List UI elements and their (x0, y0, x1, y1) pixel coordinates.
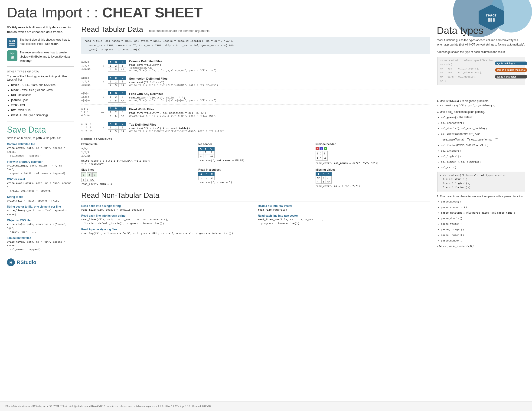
earn-badge: earn is a double (numeric) (495, 68, 527, 72)
other-types-title: OTHER TYPES OF DATA (7, 70, 74, 73)
non-tabular-right: Read a file into raw vector read_file_ra… (258, 204, 430, 238)
dt-point-3: 3. Else, read in as character vectors th… (437, 194, 525, 249)
parse-number-example: x$A <- parse_number(x$A) (437, 244, 525, 249)
list-item: parse_integer() (441, 227, 525, 232)
save-data-desc: Save x, an R object, to path, a file pat… (7, 136, 74, 140)
read-single-string: Read a file into a single string read_fi… (81, 204, 253, 212)
provide-header-code: read_csv(f, col_names = c("x", "y", "z")… (316, 162, 430, 165)
list-item: col_number(), col_numeric() (441, 159, 525, 165)
tabular-row-delim: a|b|c1|2|34|5|NA → ABC 12345NA Files wit… (81, 89, 430, 105)
csv-example-comma: a,b,c1,2,34,5,NA (81, 60, 97, 71)
tabular-header: Read Tabular Data - These functions shar… (81, 25, 430, 35)
list-item: httr - Web APIs (11, 108, 74, 113)
file-types-list: a,b,c1,2,34,5,NA → ABC 12345NA Comma Del… (81, 57, 430, 135)
skip-code: read_csv(f, skip = 1) (81, 182, 196, 186)
read-apache-log: Read Apache style log files read_log(fil… (81, 228, 253, 235)
list-item: rvest - HTML (Web Scraping) (11, 113, 74, 118)
list-item: col_double(), col_euro_double() (441, 126, 525, 131)
col-functions-list: col_guess() the default col_character() … (437, 115, 525, 170)
r-circle: R (7, 258, 15, 266)
other-types-desc: Try one of the following packages to imp… (7, 75, 74, 81)
save-comma: Comma delimited file write_csv(x, path, … (7, 143, 74, 158)
list-item: parse_double() (441, 215, 525, 221)
age-badge: age is an integer (495, 62, 527, 65)
missing-code: read_csv(f, na = c("1", ".")) (316, 185, 430, 188)
csv-example-tsv: a b c1 2 34 5 NA (81, 123, 97, 133)
mini-table-fwf: ABC 12345NA (108, 106, 126, 118)
right-column: Data types readr functions guess the typ… (437, 25, 525, 266)
intro-text: R's tidyverse is built around tidy data … (7, 25, 74, 34)
code-example-wrapper: ## Parsed with column specification: ## … (437, 57, 525, 85)
readr-logo-text: readr (486, 13, 496, 17)
col-types-example: x <- read_csv("file.csv", col_types = co… (437, 172, 525, 191)
mini-table-noheader: ABC 12345NA (198, 147, 215, 158)
list-item: col_datetime(format = "") Also col_date(… (441, 131, 525, 142)
example-csv-text: a,b,c1,2,34,5,NA (81, 147, 91, 158)
list-item: readxl - excel files (.xls and .xlsx) (11, 88, 74, 93)
subset-code: read_csv(f, n_max = 1) (198, 181, 313, 184)
dt-point-1: 1. Use problems() to diagnose problems. … (437, 99, 525, 107)
readr-badge: readr (7, 38, 17, 48)
list-item: col_guess() the default (441, 115, 525, 120)
list-item: col_logical() (441, 153, 525, 159)
list-item: haven - SPSS, Stata, and SAS files (11, 83, 74, 88)
save-tab: Tab delimited files write_tsv(x, path, n… (7, 236, 74, 252)
arg-provide-header: Provide header x y z 123 45NA (316, 143, 430, 165)
save-string-file: String to file write_file(x, path, appen… (7, 195, 74, 203)
tab-desc-pipe: Files with Any Delimiter read_delim("fil… (129, 92, 430, 102)
save-delim: File with arbitrary delimiter write_deli… (7, 160, 74, 176)
list-item: jsonlite - json (11, 98, 74, 103)
tab-desc-semi: Semi-colon Delimited Files read_csv2("fi… (129, 77, 430, 87)
arg-skip-lines: Skip lines 1 2 3 45NA read_csv(f, skip (81, 168, 196, 188)
tidyr-desc: The reverse side shows how to create tib… (20, 50, 74, 63)
list-item: parse_number() (441, 238, 525, 243)
list-item: parse_character() (441, 204, 525, 210)
dt-point-2: 2. Use a col_ function to guide parsing.… (437, 110, 525, 191)
no-header-code: read_csv(f, col_names = FALSE) (198, 159, 313, 162)
arrow-icon: → (100, 63, 105, 68)
arrow-icon: → (100, 125, 105, 130)
list-item: col_character() (441, 120, 525, 126)
csv-example-pipe: a|b|c1|2|34|5|NA (81, 92, 97, 102)
list-item: col_integer() (441, 148, 525, 153)
mini-table-subset: ABC 123 (198, 172, 215, 180)
xyz-table: 123 45NA (316, 151, 430, 161)
list-item: parse_factor() (441, 221, 525, 227)
footer: RStudio® is a trademark of RStudio, Inc.… (0, 401, 532, 411)
tab-desc-comma: Comma Delimited Files read_csv("file.csv… (129, 59, 430, 72)
useful-args-grid: Example file a,b,c1,2,34,5,NA write_file… (81, 143, 430, 188)
arrow-icon: → (100, 94, 105, 100)
middle-column: Read Tabular Data - These functions shar… (81, 25, 430, 266)
arg-example-file: Example file a,b,c1,2,34,5,NA write_file… (81, 143, 196, 165)
csv-example-fwf: a b c1 2 34 5 NA (81, 107, 97, 117)
tab-desc-fwf: Fixed Width Files read_fwf("file.fwf", c… (129, 107, 430, 117)
page-title: Data Import : : CHEAT SHEET (7, 5, 525, 20)
mini-table-semi: ABC 12345NA (108, 76, 126, 87)
arrow-icon: → (100, 110, 105, 115)
tabular-row-tsv: a b c1 2 34 5 NA → ABC 12345NA Tab Delim… (81, 120, 430, 135)
list-item: xml2 - XML (11, 103, 74, 108)
save-string-vector: String vector to file, one element per l… (7, 205, 74, 216)
mini-table-comma: ABC 12345NA (108, 60, 126, 72)
readr-desc: The front side of this sheet shows how t… (20, 38, 74, 46)
tabular-subtitle: - These functions share the common argum… (145, 29, 210, 32)
csv-example-semi: a;b;c1;2;34;5;NA (81, 76, 97, 87)
data-types-desc1: readr functions guess the types of each … (437, 38, 525, 47)
tidyr-icon-row: tidyr ⊞ The reverse side shows how to cr… (7, 50, 74, 63)
arg-read-subset: Read in a subset ABC 123 read_csv(f, n_m… (198, 168, 313, 188)
shared-fn-text: read_*(file, col_names = TRUE, col_types… (85, 39, 235, 51)
useful-args-title: USEFUL ARGUMENTS (81, 138, 430, 141)
list-item: DBI - databases (11, 93, 74, 98)
footer-text: RStudio® is a trademark of RStudio, Inc.… (5, 405, 211, 408)
sex-badge: sex is a character (495, 75, 527, 78)
arrow-icon: → (100, 79, 105, 84)
rstudio-text: RStudio (17, 259, 36, 265)
left-column: R's tidyverse is built around tidy data … (7, 25, 74, 266)
read-lines-raw: Read each line into raw vector read_line… (258, 214, 430, 225)
parse-functions-list: parse_guess() parse_character() parse_da… (437, 199, 525, 243)
list-item: parse_datetime() Also parse_date() and p… (441, 210, 525, 215)
xyz-header: x y z (316, 147, 430, 150)
non-tabular-title: Read Non-Tabular Data (81, 191, 430, 200)
skip-example: 1 2 3 (81, 172, 196, 177)
readr-icon-row: readr The front side of this sheet shows… (7, 38, 74, 48)
